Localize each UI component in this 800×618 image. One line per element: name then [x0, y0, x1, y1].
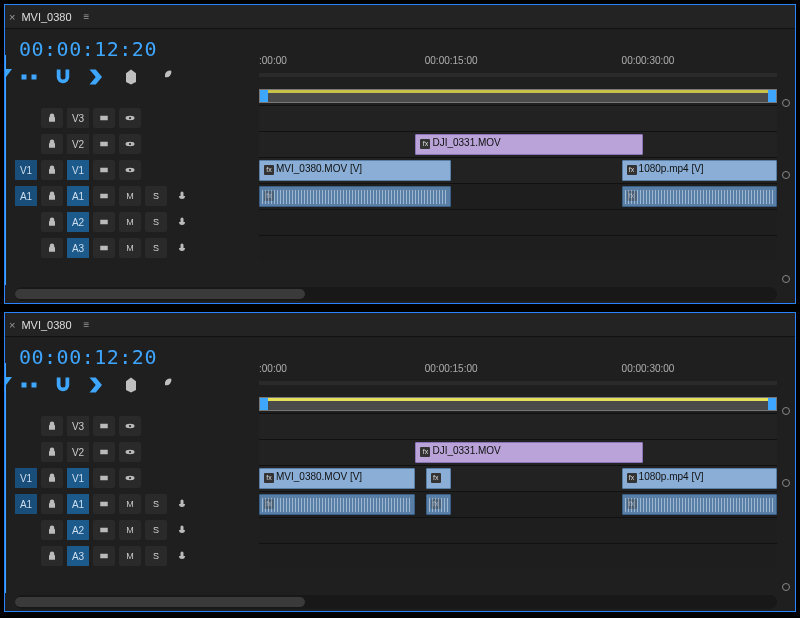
clip-audio[interactable]: fx [426, 494, 451, 515]
clip-audio[interactable]: fx [622, 186, 777, 207]
time-ruler[interactable]: :00:00 00:00:15:00 00:00:30:00 [259, 55, 777, 73]
track-label[interactable]: V3 [67, 416, 89, 436]
panel-menu-icon[interactable]: ≡ [84, 11, 90, 22]
sync-lock-icon[interactable] [93, 494, 115, 514]
track-label[interactable]: A1 [67, 186, 89, 206]
track-label[interactable]: V2 [67, 442, 89, 462]
eye-icon[interactable] [119, 160, 141, 180]
panel-menu-icon[interactable]: ≡ [84, 319, 90, 330]
clip-audio[interactable]: fx [259, 186, 451, 207]
clip[interactable]: fxDJI_0331.MOV [415, 134, 643, 155]
time-ruler[interactable]: :00:00 00:00:15:00 00:00:30:00 [259, 363, 777, 381]
lock-icon[interactable] [41, 134, 63, 154]
solo-button[interactable]: S [145, 212, 167, 232]
solo-button[interactable]: S [145, 520, 167, 540]
sync-lock-icon[interactable] [93, 416, 115, 436]
track-v2[interactable]: fxDJI_0331.MOV [259, 131, 777, 157]
solo-button[interactable]: S [145, 186, 167, 206]
close-tab-button[interactable]: × [9, 319, 15, 331]
eye-icon[interactable] [119, 442, 141, 462]
tab-title[interactable]: MVI_0380 [21, 11, 71, 23]
microphone-icon[interactable] [171, 238, 193, 258]
track-label[interactable]: V1 [67, 468, 89, 488]
zoom-knob[interactable] [782, 275, 790, 283]
sync-lock-icon[interactable] [93, 546, 115, 566]
horizontal-scrollbar[interactable] [15, 287, 777, 301]
track-v3[interactable] [259, 413, 777, 439]
clip[interactable]: fxDJI_0331.MOV [415, 442, 643, 463]
sync-lock-icon[interactable] [93, 108, 115, 128]
lock-icon[interactable] [41, 186, 63, 206]
zoom-knob[interactable] [782, 407, 790, 415]
sync-lock-icon[interactable] [93, 442, 115, 462]
track-label[interactable]: V3 [67, 108, 89, 128]
source-patch[interactable]: A1 [15, 186, 37, 206]
eye-icon[interactable] [119, 134, 141, 154]
track-label[interactable]: V2 [67, 134, 89, 154]
track-label[interactable]: A3 [67, 238, 89, 258]
playhead-timecode[interactable]: 00:00:12:20 [19, 37, 157, 61]
lock-icon[interactable] [41, 160, 63, 180]
mute-button[interactable]: M [119, 212, 141, 232]
playhead[interactable] [5, 363, 6, 593]
clip-audio[interactable]: fx [259, 494, 415, 515]
track-label[interactable]: A2 [67, 520, 89, 540]
track-label[interactable]: A1 [67, 494, 89, 514]
track-a2[interactable] [259, 209, 777, 235]
insert-overwrite-icon[interactable] [19, 375, 39, 395]
marker-icon[interactable] [121, 375, 141, 395]
sync-lock-icon[interactable] [93, 186, 115, 206]
zoom-knob[interactable] [782, 171, 790, 179]
track-v3[interactable] [259, 105, 777, 131]
microphone-icon[interactable] [171, 212, 193, 232]
lock-icon[interactable] [41, 546, 63, 566]
source-patch[interactable]: A1 [15, 494, 37, 514]
eye-icon[interactable] [119, 108, 141, 128]
microphone-icon[interactable] [171, 494, 193, 514]
scrollbar-thumb[interactable] [15, 289, 305, 299]
track-label[interactable]: A2 [67, 212, 89, 232]
sync-lock-icon[interactable] [93, 520, 115, 540]
mute-button[interactable]: M [119, 494, 141, 514]
track-a1[interactable]: fx fx [259, 183, 777, 209]
clip[interactable]: fxMVI_0380.MOV [V] [259, 160, 451, 181]
snap-magnet-icon[interactable] [53, 67, 73, 87]
mute-button[interactable]: M [119, 238, 141, 258]
track-v2[interactable]: fxDJI_0331.MOV [259, 439, 777, 465]
lock-icon[interactable] [41, 520, 63, 540]
work-area-bar[interactable] [259, 397, 777, 411]
work-area-bar[interactable] [259, 89, 777, 103]
sync-lock-icon[interactable] [93, 212, 115, 232]
sync-lock-icon[interactable] [93, 134, 115, 154]
zoom-knob[interactable] [782, 99, 790, 107]
mute-button[interactable]: M [119, 520, 141, 540]
lock-icon[interactable] [41, 238, 63, 258]
track-v1[interactable]: fxMVI_0380.MOV [V] fx1080p.mp4 [V] [259, 157, 777, 183]
source-patch[interactable]: V1 [15, 160, 37, 180]
track-a3[interactable] [259, 235, 777, 261]
microphone-icon[interactable] [171, 186, 193, 206]
lock-icon[interactable] [41, 108, 63, 128]
eye-icon[interactable] [119, 468, 141, 488]
sync-lock-icon[interactable] [93, 468, 115, 488]
lock-icon[interactable] [41, 212, 63, 232]
mute-button[interactable]: M [119, 546, 141, 566]
track-label[interactable]: V1 [67, 160, 89, 180]
clip[interactable]: fxMVI_0380.MOV [V] [259, 468, 415, 489]
zoom-knob[interactable] [782, 479, 790, 487]
solo-button[interactable]: S [145, 546, 167, 566]
timeline-track-area[interactable]: fxDJI_0331.MOV fxMVI_0380.MOV [V] fx1080… [259, 105, 777, 285]
settings-wrench-icon[interactable] [155, 67, 175, 87]
zoom-knob[interactable] [782, 583, 790, 591]
sync-lock-icon[interactable] [93, 160, 115, 180]
microphone-icon[interactable] [171, 520, 193, 540]
lock-icon[interactable] [41, 416, 63, 436]
snap-magnet-icon[interactable] [53, 375, 73, 395]
clip[interactable]: fx1080p.mp4 [V] [622, 468, 777, 489]
playhead[interactable] [5, 55, 6, 285]
insert-overwrite-icon[interactable] [19, 67, 39, 87]
solo-button[interactable]: S [145, 238, 167, 258]
marker-icon[interactable] [121, 67, 141, 87]
settings-wrench-icon[interactable] [155, 375, 175, 395]
track-a1[interactable]: fx fx fx [259, 491, 777, 517]
